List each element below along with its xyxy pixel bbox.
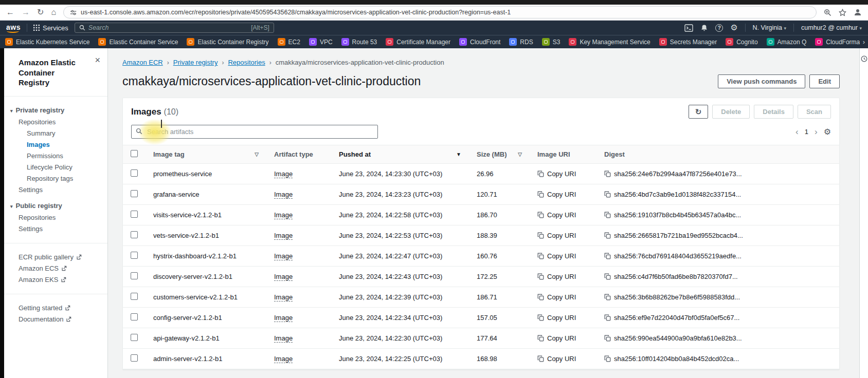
select-all-checkbox[interactable] [131,150,138,157]
cloudshell-icon[interactable] [684,24,693,32]
image-tag-link[interactable]: admin-server-v2.1.2-b1 [146,349,266,369]
breadcrumb-private-registry[interactable]: Private registry [173,59,218,66]
edit-button[interactable]: Edit [809,74,840,88]
copy-uri-button[interactable]: Copy URI [537,355,589,363]
favorite-service-shortcut[interactable]: Elastic Kubernetes Service [5,38,89,46]
forward-icon[interactable]: → [22,8,30,16]
copy-uri-button[interactable]: Copy URI [537,170,589,178]
sidebar-link-getting-started[interactable]: Getting started [4,303,107,314]
digest-value[interactable]: sha256:990ea544900a90a9bfa610e82b3... [604,334,831,342]
favorites-overflow-chevron-icon[interactable]: › [860,38,868,46]
sidebar-link-ecr-public-gallery[interactable]: ECR public gallery [4,252,107,263]
row-checkbox[interactable] [131,313,138,320]
digest-value[interactable]: sha256:c4d7f6b50fad6be8b7820370fd7... [604,273,831,280]
sidebar-item-permissions[interactable]: Permissions [4,150,107,162]
digest-value[interactable]: sha256:76cbd769148404d3655219aedfe... [604,252,831,260]
bookmark-star-icon[interactable] [839,9,846,16]
zoom-page-icon[interactable] [824,9,831,16]
sidebar-link-amazon-ecs[interactable]: Amazon ECS [4,263,107,274]
column-image-tag[interactable]: Image tag▽ [146,145,266,164]
row-checkbox[interactable] [131,252,138,259]
row-checkbox[interactable] [131,334,138,341]
copy-uri-button[interactable]: Copy URI [537,191,589,198]
url-bar[interactable]: us-east-1.console.aws.amazon.com/ecr/rep… [63,6,817,18]
favorite-service-shortcut[interactable]: S3 [542,38,560,46]
favorite-service-shortcut[interactable]: Elastic Container Service [98,38,178,46]
help-icon[interactable]: ? [715,24,723,32]
row-checkbox[interactable] [131,169,138,177]
details-button[interactable]: Details [754,105,793,119]
copy-uri-button[interactable]: Copy URI [537,211,589,219]
reload-icon[interactable]: ↻ [37,8,44,16]
sidebar-item-settings[interactable]: Settings [4,184,107,196]
sidebar-item-repository-tags[interactable]: Repository tags [4,173,107,184]
current-page-number[interactable]: 1 [805,128,808,136]
favorite-service-shortcut[interactable]: Route 53 [341,38,377,46]
image-tag-link[interactable]: hystrix-dashboard-v2.1.2-b1 [146,246,266,267]
site-settings-icon[interactable] [70,9,77,16]
row-checkbox[interactable] [131,354,138,362]
row-checkbox[interactable] [131,293,138,300]
favorite-service-shortcut[interactable]: RDS [509,38,533,46]
digest-value[interactable]: sha256:ef9e7d22040d47bf0d5fa0ef5c67... [604,314,831,322]
services-menu[interactable]: Services [33,24,68,32]
notifications-bell-icon[interactable] [700,24,708,32]
image-tag-link[interactable]: visits-service-v2.1.2-b1 [146,205,266,225]
digest-value[interactable]: sha256:3b6b88262be7b8e6f5988583fdd... [604,293,831,301]
digest-value[interactable]: sha256:4bd7c3ab9e1d0138f482c337154... [604,191,831,198]
sidebar-link-amazon-eks[interactable]: Amazon EKS [4,274,107,286]
favorite-service-shortcut[interactable]: Cognito [726,38,757,46]
copy-uri-button[interactable]: Copy URI [537,314,589,322]
row-checkbox[interactable] [131,190,138,197]
copy-uri-button[interactable]: Copy URI [537,273,589,280]
breadcrumb-repositories[interactable]: Repositories [228,59,265,66]
image-tag-link[interactable]: customers-service-v2.1.2-b1 [146,287,266,308]
next-page-icon[interactable]: › [815,127,818,136]
settings-gear-icon[interactable]: ⚙ [730,24,737,32]
refresh-button[interactable]: ↻ [689,105,709,119]
favorite-service-shortcut[interactable]: EC2 [278,38,300,46]
sort-descending-icon[interactable]: ▼ [456,152,461,157]
sidebar-item-summary[interactable]: Summary [4,128,107,139]
sort-icon[interactable]: ▽ [255,152,259,157]
global-search-input[interactable]: Search [Alt+S] [75,23,274,33]
table-preferences-gear-icon[interactable]: ⚙ [824,127,831,137]
image-tag-link[interactable]: api-gateway-v2.1.2-b1 [146,328,266,349]
sidebar-item-repositories[interactable]: Repositories [4,117,107,128]
sort-icon[interactable]: ▽ [518,152,522,157]
view-push-commands-button[interactable]: View push commands [718,74,805,88]
favorite-service-shortcut[interactable]: Key Management Service [569,38,650,46]
digest-value[interactable]: sha256:2665817b721ba19ed9552bcacb4... [604,232,831,239]
sidebar-link-documentation[interactable]: Documentation [4,314,107,325]
breadcrumb-amazon-ecr[interactable]: Amazon ECR [122,59,163,66]
copy-uri-button[interactable]: Copy URI [537,252,589,260]
region-selector[interactable]: N. Virginia ▾ [753,24,786,31]
sidebar-item-public-settings[interactable]: Settings [4,223,107,235]
aws-logo[interactable]: aws [6,23,21,33]
account-menu[interactable]: cumhur2 @ cumhur ▾ [801,24,862,31]
column-pushed-at[interactable]: Pushed at▼ [331,145,469,164]
image-tag-link[interactable]: grafana-service [146,184,266,205]
copy-uri-button[interactable]: Copy URI [537,232,589,239]
digest-value[interactable]: sha256:10ff014204bb0a84b452dcd02ca... [604,355,831,363]
row-checkbox[interactable] [131,231,138,238]
favorite-service-shortcut[interactable]: CloudFormation [815,38,859,46]
favorite-service-shortcut[interactable]: Amazon Q [767,38,807,46]
copy-uri-button[interactable]: Copy URI [537,293,589,301]
scan-button[interactable]: Scan [798,105,831,119]
column-size-mb[interactable]: Size (MB)▽ [469,145,530,164]
image-tag-link[interactable]: config-server-v2.1.2-b1 [146,308,266,328]
row-checkbox[interactable] [131,272,138,279]
favorite-service-shortcut[interactable]: Elastic Container Registry [187,38,268,46]
favorite-service-shortcut[interactable]: Secrets Manager [659,38,717,46]
favorite-service-shortcut[interactable]: VPC [309,38,333,46]
favorite-service-shortcut[interactable]: CloudFront [459,38,500,46]
image-tag-link[interactable]: prometheus-service [146,164,266,184]
search-artifacts-input[interactable] [131,125,378,139]
row-checkbox[interactable] [131,211,138,218]
history-clock-icon[interactable] [861,55,867,62]
favorite-service-shortcut[interactable]: Certificate Manager [386,38,450,46]
close-icon[interactable]: × [95,55,100,65]
sidebar-section-private-registry[interactable]: ▾Private registry [4,105,107,117]
home-icon[interactable]: ⌂ [51,8,56,16]
